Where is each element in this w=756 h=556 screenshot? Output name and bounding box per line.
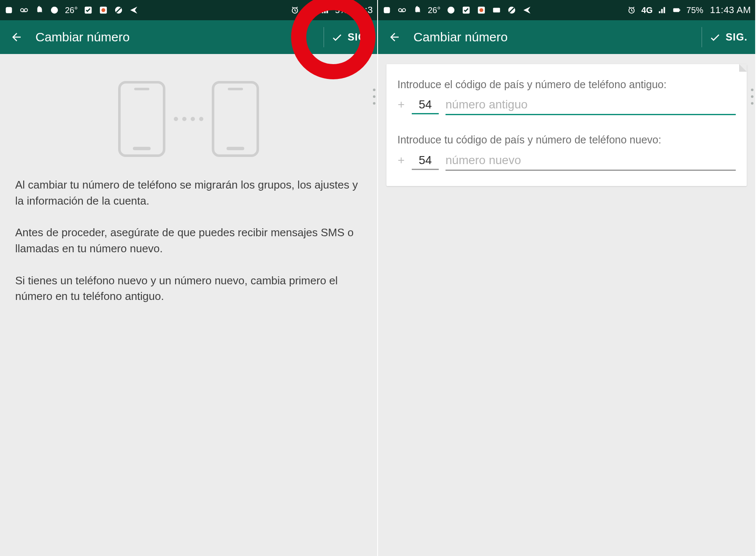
svg-point-1	[21, 8, 24, 11]
voicemail-icon	[397, 5, 407, 15]
status-time: 11:3	[354, 5, 373, 16]
intro-content: Al cambiar tu número de teléfono se migr…	[0, 54, 377, 305]
svg-rect-24	[679, 9, 680, 11]
network-4g-label: 4G	[641, 5, 653, 15]
plus-sign: +	[397, 98, 405, 111]
bbm-icon	[446, 5, 456, 15]
back-button[interactable]	[387, 30, 402, 44]
card-fold-decoration	[739, 64, 747, 72]
app-icon	[4, 5, 14, 15]
scroll-indicator	[373, 89, 375, 105]
intro-paragraph-1: Al cambiar tu número de teléfono se migr…	[15, 177, 362, 209]
appbar-separator	[324, 27, 324, 47]
svg-rect-0	[6, 7, 12, 13]
next-button[interactable]: SIG.	[709, 31, 748, 43]
old-phone-illustration	[118, 81, 165, 157]
status-temperature: 26°	[65, 5, 78, 15]
new-number-input[interactable]	[446, 154, 736, 171]
bbm-icon	[50, 5, 59, 15]
battery-percent-partial: 5%	[335, 5, 347, 15]
new-phone-illustration	[212, 81, 259, 157]
old-number-input[interactable]	[446, 98, 736, 115]
alarm-icon	[627, 5, 636, 15]
svg-point-12	[399, 8, 402, 11]
app-bar: Cambiar número SIG.	[0, 20, 377, 54]
svg-rect-11	[384, 7, 390, 13]
status-bar: 26° 4G 5% 11:3	[0, 0, 377, 20]
check-icon	[331, 31, 343, 43]
appbar-title: Cambiar número	[35, 30, 321, 44]
alarm-icon	[290, 5, 300, 15]
target-icon	[99, 5, 108, 15]
intro-paragraph-3: Si tienes un teléfono nuevo y un número …	[15, 273, 362, 305]
new-number-prompt: Introduce tu código de país y número de …	[397, 132, 736, 147]
block-icon	[114, 5, 123, 15]
status-bar: 26° 4G 75% 11:43 AM	[378, 0, 755, 20]
status-left-group: 26°	[382, 5, 623, 15]
old-country-code-input[interactable]	[412, 98, 439, 114]
svg-point-2	[24, 8, 27, 11]
arrow-left-icon	[388, 31, 401, 43]
intro-paragraph-2: Antes de proceder, asegúrate de que pued…	[15, 225, 362, 256]
new-country-code-input[interactable]	[412, 154, 439, 170]
ghost-icon	[35, 5, 44, 15]
svg-point-7	[102, 8, 105, 12]
mail-icon	[492, 5, 501, 15]
network-4g-label: 4G	[305, 5, 316, 15]
status-temperature: 26°	[428, 5, 440, 15]
target-icon	[477, 5, 486, 15]
phone-transfer-illustration	[15, 81, 362, 157]
svg-rect-19	[493, 8, 500, 13]
svg-point-18	[480, 8, 483, 12]
back-button[interactable]	[9, 30, 24, 44]
scroll-indicator	[751, 89, 753, 105]
next-button-label: SIG.	[348, 31, 370, 43]
plus-sign: +	[397, 154, 405, 167]
check-icon	[709, 31, 721, 43]
screen-change-number-form: 26° 4G 75% 11:43 AM Cambiar número SIG.	[378, 0, 756, 556]
status-right-group: 4G 5% 11:3	[290, 5, 373, 16]
app-icon	[382, 5, 392, 15]
status-time: 11:43 AM	[710, 5, 751, 16]
app-bar: Cambiar número SIG.	[378, 20, 755, 54]
next-button[interactable]: SIG.	[331, 31, 370, 43]
old-number-prompt: Introduce el código de país y número de …	[397, 77, 736, 92]
ghost-icon	[413, 5, 422, 15]
svg-rect-23	[673, 8, 680, 12]
send-icon	[129, 5, 138, 15]
old-number-row: +	[397, 98, 736, 115]
svg-point-4	[51, 7, 58, 14]
arrow-left-icon	[10, 31, 23, 43]
appbar-title: Cambiar número	[413, 30, 699, 44]
next-button-label: SIG.	[726, 31, 748, 43]
status-right-group: 4G 75% 11:43 AM	[627, 5, 751, 16]
signal-icon	[321, 5, 330, 15]
checkbox-icon	[462, 5, 471, 15]
svg-point-13	[402, 8, 405, 11]
signal-icon	[658, 5, 667, 15]
appbar-separator	[702, 27, 702, 47]
checkbox-icon	[84, 5, 93, 15]
status-left-group: 26°	[4, 5, 286, 15]
block-icon	[507, 5, 516, 15]
screen-change-number-intro: 26° 4G 5% 11:3 Cambiar número SIG.	[0, 0, 378, 556]
svg-point-15	[448, 7, 455, 14]
battery-icon	[672, 5, 681, 15]
number-form-card: Introduce el código de país y número de …	[386, 64, 747, 186]
transfer-dots-icon	[174, 117, 203, 121]
voicemail-icon	[19, 5, 29, 15]
new-number-row: +	[397, 154, 736, 171]
send-icon	[522, 5, 532, 15]
battery-percent: 75%	[686, 5, 703, 15]
